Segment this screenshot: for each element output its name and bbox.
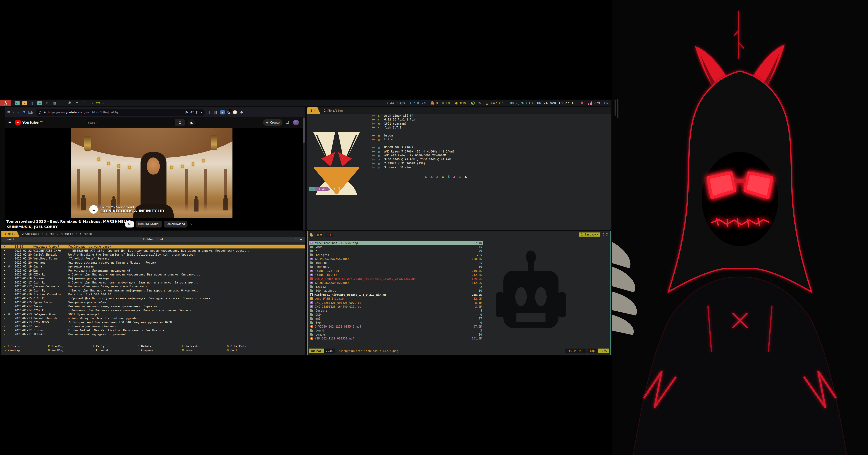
mail-row[interactable]: •2025-02-12ExodusExodus Wallet: New Veri… xyxy=(1,328,305,332)
mail-row[interactable]: •2025-02-13Daniel Shnaider▦Your Warmy To… xyxy=(1,316,305,320)
pip-icon[interactable]: ⧉× xyxy=(227,110,230,114)
mail-row[interactable]: •2025-02-17Даниил СотниковБольшое обновл… xyxy=(1,285,305,289)
bookmark-caret-icon[interactable]: ▾ xyxy=(201,110,203,114)
workspace-terminal-icon[interactable]: >_ xyxy=(15,101,20,105)
shortcut-othercmds[interactable]: OOtherCmds xyxy=(227,345,268,348)
file-row[interactable]: 000-razobrat10 xyxy=(309,289,483,293)
workspace-hash-icon[interactable]: # xyxy=(67,101,72,105)
mail-tab-3[interactable]: 3 rss xyxy=(43,231,57,237)
bookmark-icon[interactable] xyxy=(196,111,199,114)
back-icon[interactable]: ‹ xyxy=(13,110,15,114)
chips-more-icon[interactable]: › xyxy=(190,222,192,227)
shortcut-move[interactable]: MMove xyxy=(182,348,227,352)
filter-chip[interactable]: From iNEGATIVE xyxy=(135,221,162,228)
file-row[interactable]: image (17).jpg236,7K xyxy=(309,269,483,273)
mail-row-selected[interactable]: • 14:35 Медведев Андрей Глобальные торго… xyxy=(1,245,305,249)
file-row[interactable]: IMG_20250128_091825_007.jpg5,1M xyxy=(309,301,483,305)
shortcut-viewmsg[interactable]: >ViewMsg xyxy=(4,348,48,352)
mail-row[interactable]: •2025-02-13Лебедева ЮлияSOS! Нужна помощ… xyxy=(1,312,305,316)
shortcut-compose[interactable]: CCompose xyxy=(138,348,182,352)
mail-row[interactable]: 2025-02-16Ozon_Py!Важно! Для Вас поступи… xyxy=(1,289,305,292)
file-row[interactable]: mp377 xyxy=(309,317,483,321)
mail-row[interactable]: •2025-02-19ЮлияРегистрация и Ликвидация … xyxy=(1,268,305,272)
file-row[interactable]: OLD0 xyxy=(309,313,483,317)
pip-close-badge[interactable]: × xyxy=(229,109,231,112)
scrollbar-thumb[interactable] xyxy=(303,118,305,143)
mail-tab-2[interactable]: 2 whatsapp xyxy=(20,231,42,237)
terminal-tab-1[interactable]: 1 ~ xyxy=(307,107,320,114)
library-icon[interactable]: ▥ xyxy=(214,110,218,114)
vpn-module[interactable]: VPN: ON xyxy=(588,101,609,105)
shield-icon[interactable] xyxy=(38,111,41,114)
mail-row[interactable]: •2025-02-18OZON_RU⊠ Срочно! Для Вас пост… xyxy=(1,272,305,277)
shortcut-forward[interactable]: FForward xyxy=(92,348,138,352)
mail-tab-5[interactable]: 5 radio xyxy=(78,231,94,237)
filter-chip[interactable]: Tomorrowland xyxy=(164,221,187,228)
forward-icon[interactable]: › xyxy=(18,110,19,114)
create-button[interactable]: +Create xyxy=(263,119,282,126)
ghost-module[interactable]: 0 xyxy=(430,101,438,105)
file-row[interactable]: oth_A_ardor-gaming-wakizashi_instrukcia_… xyxy=(309,277,483,281)
file-row[interactable]: TORRENTS35 xyxy=(309,261,483,265)
reload-icon[interactable]: ↻ xyxy=(22,110,25,114)
mail-row[interactable]: •2025-02-17Ozon.Ru⊠ Срочно! Для Вас есть… xyxy=(1,281,305,284)
workspace-cat-icon[interactable]: ᴥ xyxy=(23,101,27,105)
reader-text-icon[interactable]: Aˣ xyxy=(190,110,194,114)
shortcut-quit[interactable]: QQuit xyxy=(227,348,268,352)
workspace-activity-icon[interactable]: ϟ xyxy=(82,101,87,105)
mail-tab-1[interactable]: 1 mail xyxy=(1,231,20,237)
mic-button[interactable] xyxy=(188,119,195,126)
shortcut-folders[interactable]: <Folders xyxy=(4,345,48,348)
browser-scrollbar[interactable] xyxy=(303,117,305,230)
url-bar[interactable]: https://www.youtube.com/watch?v=5b8A-jgx… xyxy=(36,109,205,116)
mail-row[interactable]: 2025-02-13OZON_NEWSПоздравляем! Вам начи… xyxy=(1,320,305,324)
mail-row[interactable]: •2025-02-20YunoHost Forum[YunoHost Forum… xyxy=(1,257,305,261)
mail-row[interactable]: •2025-02-11JETMAILВаш надежный подрядчик… xyxy=(1,332,305,336)
extensions-puzzle-icon[interactable]: ❖ xyxy=(240,110,243,114)
download-icon[interactable]: ↧ xyxy=(208,110,211,114)
file-row[interactable]: IMG_20250123_164440_015.jpg3,6M xyxy=(309,305,483,308)
file-row[interactable]: ▶Q_VIDEO_20241220_085546.mp497,2M xyxy=(309,325,483,328)
avatar[interactable] xyxy=(293,120,299,125)
file-row[interactable]: image (8).jpg212,4K xyxy=(309,273,483,277)
workspace-chat-icon[interactable]: ✉ xyxy=(37,101,42,105)
reader-mode-icon[interactable]: ▤▾ xyxy=(28,110,33,114)
file-row[interactable]: X79 xyxy=(309,249,483,253)
file-row[interactable]: VBOX45 xyxy=(309,245,483,249)
yazi-tab-1[interactable]: 1 Загрузки xyxy=(579,232,600,236)
workspace-files-icon[interactable]: ▯ xyxy=(30,101,34,105)
rss-icon[interactable] xyxy=(185,111,188,114)
youtube-logo[interactable]: ▶ YouTube RU xyxy=(15,120,43,125)
file-row[interactable]: 1231132 xyxy=(309,285,483,289)
workspace-list-icon[interactable]: ≡ xyxy=(75,101,79,105)
mail-row[interactable]: •2025-02-20Daniel ShnaiderWe Are Breakin… xyxy=(1,253,305,257)
file-row[interactable]: Cursors4 xyxy=(309,309,483,313)
mail-row[interactable]: •2025-02-22WILDBERRIES-INFO✴(ИЗВЕЩЕНИЕ #… xyxy=(1,249,305,253)
mail-row[interactable]: •2025-02-12Гала• Клиенты для вашего бизн… xyxy=(1,324,305,328)
mail-row[interactable]: •2025-02-18ОксанаИнформация для директор… xyxy=(1,277,305,281)
file-row[interactable]: MiniFuse1_Firmware_Update_1_5_0_212_win.… xyxy=(309,293,483,297)
keyboard-layout-module[interactable]: ⌨EN xyxy=(442,101,450,105)
file-row[interactable]: GkFPR-GXUAACWSS.jpeg128,4K xyxy=(309,257,483,261)
arch-launcher-button[interactable]: Λ xyxy=(0,100,11,106)
shortcut-reply[interactable]: RReply xyxy=(92,345,138,348)
mail-row[interactable]: •2025-02-20НеонилаЭкспресс-доставка груз… xyxy=(1,261,305,264)
youtube-bell-icon[interactable] xyxy=(286,120,290,125)
youtube-menu-icon[interactable]: ≡ xyxy=(8,121,11,124)
workspace-images-icon[interactable]: ▨ xyxy=(52,101,57,105)
mail-row[interactable]: •2025-02-15Идите ЛесомЧетыре истории о л… xyxy=(1,300,305,304)
mail-tab-4[interactable]: 4 music xyxy=(59,231,75,237)
terminal-cursor[interactable] xyxy=(338,187,340,191)
file-row[interactable]: ▶VID_20241130_092551.mp4151,3M xyxy=(309,336,483,340)
workspace-downloads-icon[interactable]: ↓ xyxy=(60,101,64,105)
menu-icon[interactable]: ≡ xyxy=(7,110,10,114)
extension-ball-icon[interactable] xyxy=(233,110,237,114)
mail-row[interactable]: •2025-02-15Oz0n_RU!Срочно! Для Вас посту… xyxy=(1,296,305,300)
mail-row[interactable]: •2025-02-19Ольгаприведем заказы xyxy=(1,265,305,268)
notification-module[interactable] xyxy=(580,101,584,105)
lock-icon[interactable] xyxy=(43,111,46,114)
mail-row[interactable]: •2025-02-16Frances ConnollyDonation of $… xyxy=(1,292,305,296)
shortcut-refresh[interactable]: LRefresh xyxy=(182,345,227,348)
workspace-windows-icon[interactable]: ⊞ xyxy=(45,101,50,105)
yazi-tab-2[interactable]: 2 X xyxy=(603,233,608,236)
